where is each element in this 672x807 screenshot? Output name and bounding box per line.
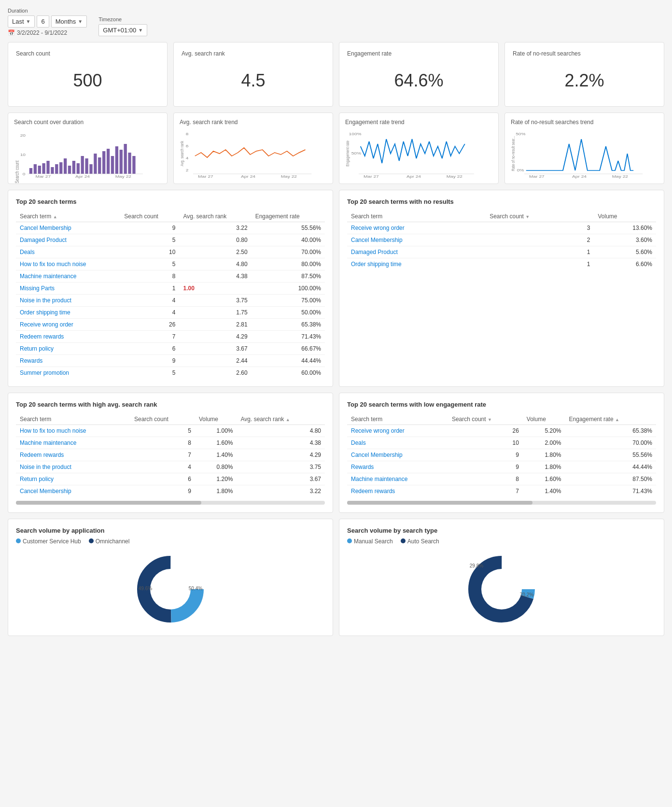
- cell-value: 6: [130, 473, 195, 485]
- cell-value: 1.80%: [523, 461, 565, 473]
- number-select[interactable]: 6: [37, 15, 49, 28]
- cell-value: 7: [130, 449, 195, 461]
- cell-value: 10: [448, 437, 523, 449]
- col-engagement[interactable]: Engagement rate: [252, 211, 325, 222]
- cell-value: 66.67%: [252, 343, 325, 355]
- col-hr-volume[interactable]: Volume: [195, 414, 237, 425]
- last-select[interactable]: Last ▼: [8, 15, 35, 28]
- cell-value: 9: [448, 449, 523, 461]
- period-select[interactable]: Months ▼: [51, 15, 87, 28]
- cell-value: Cancel Membership: [347, 449, 448, 461]
- table-row: Redeem rewards71.40%71.43%: [347, 485, 656, 497]
- cell-value: Receive wrong order: [347, 222, 486, 234]
- low-engagement-title: Top 20 search terms with low engagement …: [347, 401, 656, 408]
- col-avg-rank[interactable]: Avg. search rank: [179, 211, 251, 222]
- donut-app-legend: Customer Service Hub Omnichannel: [16, 538, 325, 545]
- timezone-select[interactable]: GMT+01:00 ▼: [98, 24, 147, 36]
- cell-value: 6.60%: [594, 258, 656, 270]
- col-search-term[interactable]: Search term ▲: [16, 211, 120, 222]
- cell-value: 7: [448, 485, 523, 497]
- col-nr-term[interactable]: Search term: [347, 211, 486, 222]
- col-le-count[interactable]: Search count ▼: [448, 414, 523, 425]
- cell-value: 3: [486, 222, 594, 234]
- cell-value: 1.40%: [523, 485, 565, 497]
- svg-rect-20: [98, 157, 101, 174]
- search-count-chart-card: Search count over duration Search count …: [8, 113, 168, 184]
- engagement-chart-card: Engagement rate trend 100% 50% Engagemen…: [339, 113, 499, 184]
- col-nr-volume[interactable]: Volume: [594, 211, 656, 222]
- svg-text:20: 20: [20, 133, 26, 138]
- table-row: Return policy63.6766.67%: [16, 343, 325, 355]
- cell-value: 1.80%: [523, 449, 565, 461]
- timezone-label: Timezone: [98, 16, 147, 22]
- duration-label: Duration: [8, 8, 87, 14]
- cell-value: 9: [120, 355, 179, 367]
- calendar-icon: 📅: [8, 29, 15, 36]
- no-result-chart: 50% 0% Rate of no-result sear... Mar 27 …: [511, 129, 658, 178]
- search-count-title: Search count: [16, 50, 159, 57]
- svg-text:Mar 27: Mar 27: [529, 174, 545, 179]
- sort-icon-nr: ▼: [525, 214, 530, 219]
- sort-icon-hr: ▲: [286, 417, 290, 422]
- table-row: Receive wrong order262.8165.38%: [16, 319, 325, 331]
- table-row: Rewards92.4444.44%: [16, 355, 325, 367]
- search-count-chart-title: Search count over duration: [14, 119, 161, 126]
- no-result-value: 2.2%: [513, 63, 656, 99]
- cell-value: 2.50: [179, 246, 251, 258]
- table-row: Cancel Membership93.2255.56%: [16, 222, 325, 234]
- no-result-title: Rate of no-result searches: [513, 50, 656, 57]
- cell-value: 5: [130, 425, 195, 437]
- svg-rect-19: [94, 154, 97, 174]
- svg-rect-16: [81, 156, 84, 174]
- svg-text:Avg. search rank: Avg. search rank: [180, 141, 184, 166]
- engagement-chart: 100% 50% Engagement rate Mar 27 Apr 24 M…: [345, 129, 492, 178]
- cell-value: How to fix too much noise: [16, 425, 130, 437]
- cell-value: Deals: [347, 437, 448, 449]
- svg-text:29.8%: 29.8%: [470, 563, 483, 568]
- duration-control: Duration Last ▼ 6 Months ▼ 📅 3/2/2022 - …: [8, 8, 87, 36]
- cell-value: 2: [486, 234, 594, 246]
- cell-value: 1.75: [179, 307, 251, 319]
- svg-rect-15: [77, 163, 80, 174]
- col-le-volume[interactable]: Volume: [523, 414, 565, 425]
- top20-search-table: Search term ▲ Search count Avg. search r…: [16, 211, 325, 379]
- cell-value: 44.44%: [565, 461, 656, 473]
- svg-text:May 22: May 22: [281, 174, 297, 179]
- donut-type-legend: Manual Search Auto Search: [347, 538, 656, 545]
- cell-value: 4: [130, 461, 195, 473]
- table-row: Deals102.00%70.00%: [347, 437, 656, 449]
- donut-app-card: Search volume by application Customer Se…: [8, 519, 333, 636]
- date-range: 📅 3/2/2022 - 9/1/2022: [8, 29, 87, 36]
- cell-value: Machine maintenance: [16, 437, 130, 449]
- engagement-card: Engagement rate 64.6%: [339, 42, 499, 107]
- svg-text:4: 4: [186, 156, 189, 160]
- table-row: Receive wrong order265.20%65.38%: [347, 425, 656, 437]
- svg-text:50%: 50%: [516, 132, 525, 136]
- svg-text:Mar 27: Mar 27: [35, 174, 51, 179]
- col-search-count[interactable]: Search count: [120, 211, 179, 222]
- top20-search-card: Top 20 search terms Search term ▲ Search…: [8, 190, 333, 387]
- col-le-engagement[interactable]: Engagement rate ▲: [565, 414, 656, 425]
- svg-rect-23: [111, 156, 114, 174]
- svg-rect-12: [64, 158, 67, 174]
- col-hr-count[interactable]: Search count: [130, 414, 195, 425]
- table-row: Cancel Membership91.80%3.22: [16, 485, 325, 497]
- col-hr-term[interactable]: Search term: [16, 414, 130, 425]
- cell-value: 0.80: [179, 234, 251, 246]
- avg-rank-chart: 8 6 4 2 Avg. search rank Mar 27 Apr 24 M…: [180, 129, 327, 178]
- cell-value: 3.67: [237, 473, 325, 485]
- cell-value: 4.80: [237, 425, 325, 437]
- col-nr-count[interactable]: Search count ▼: [486, 211, 594, 222]
- chart-cards-row: Search count over duration Search count …: [8, 113, 664, 184]
- svg-point-58: [150, 569, 191, 609]
- col-le-term[interactable]: Search term: [347, 414, 448, 425]
- period-arrow-icon: ▼: [78, 19, 83, 24]
- cell-value: Cancel Membership: [347, 234, 486, 246]
- search-count-value: 500: [16, 63, 159, 99]
- svg-text:Rate of no-result sear...: Rate of no-result sear...: [511, 136, 516, 171]
- svg-text:Apr 24: Apr 24: [75, 174, 90, 179]
- cell-value: 3.75: [179, 295, 251, 307]
- col-hr-rank[interactable]: Avg. search rank ▲: [237, 414, 325, 425]
- table-row: Summer promotion52.6060.00%: [16, 367, 325, 379]
- cell-value: 70.00%: [252, 246, 325, 258]
